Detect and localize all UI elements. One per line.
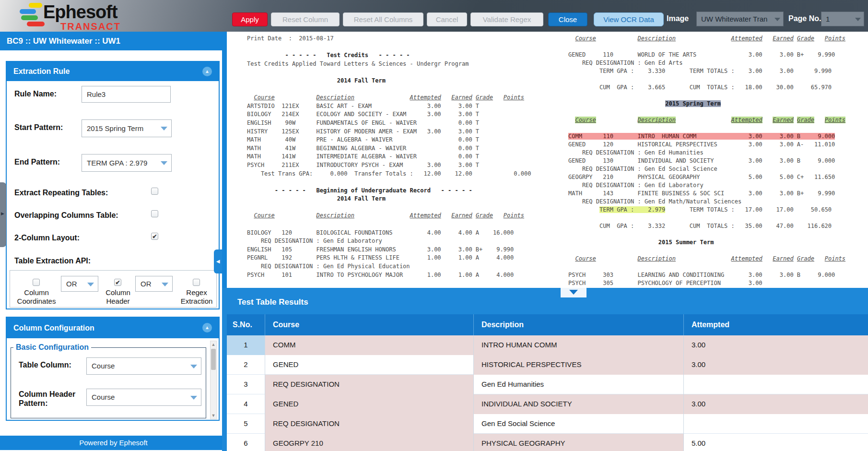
- cell-att: 5.00: [683, 434, 868, 451]
- table-row[interactable]: 2GENEDHISTORICAL PERSPECTIVES3.00: [227, 355, 868, 375]
- document-viewer[interactable]: Print Date : 2015-08-17 - - - - - Test C…: [227, 32, 868, 288]
- api-or-dropdown-1[interactable]: OR: [61, 276, 98, 292]
- cell-sno: 2: [227, 355, 265, 375]
- cell-desc: Gen Ed Social Science: [473, 414, 683, 434]
- cancel-button[interactable]: Cancel: [427, 12, 467, 26]
- page-dropdown-value: 1: [826, 15, 830, 23]
- column-coordinates-checkbox[interactable]: [33, 279, 40, 286]
- document-line: REQ DESIGNATION : Gen Ed Social Science: [568, 165, 845, 173]
- table-row[interactable]: 4GENEDINDIVIDUAL AND SOCIETY3.00: [227, 394, 868, 414]
- document-line: 2015 Spring Term: [568, 100, 845, 108]
- end-pattern-value: TERM GPA : 2.979: [87, 159, 147, 167]
- api-or-1-value: OR: [66, 280, 77, 288]
- column-configuration-panel: Column Configuration ▲ Basic Configurati…: [6, 317, 220, 421]
- logo-bar-yellow: [29, 3, 42, 8]
- reset-column-button[interactable]: Reset Column: [271, 12, 340, 26]
- column-header-pattern-dropdown[interactable]: Course: [86, 389, 201, 406]
- cell-att: [683, 414, 868, 434]
- panel-divider: [222, 32, 227, 288]
- start-pattern-label: Start Pattern:: [14, 123, 63, 132]
- table-extraction-api-label: Table Extraction API:: [14, 257, 91, 265]
- document-line: ARTSTDIO 121EX BASIC ART - EXAM 3.00 3.0…: [247, 102, 531, 111]
- extraction-rule-panel: Extraction Rule ▲ Rule Name: Rule3 Start…: [6, 61, 220, 309]
- cell-course: REQ DESIGNATION: [265, 375, 473, 394]
- breadcrumb: BC9 :: UW Whitewater :: UW1: [0, 32, 227, 50]
- cell-att: 3.00: [683, 335, 868, 355]
- table-column-label: Table Column:: [19, 361, 71, 369]
- document-line: [568, 214, 845, 222]
- reset-all-columns-button[interactable]: Reset All Columns: [343, 12, 423, 26]
- cell-desc: INDIVIDUAL AND SOCIETY: [473, 394, 683, 414]
- image-label: Image: [667, 14, 689, 23]
- logo-bar-green: [21, 15, 38, 20]
- end-pattern-label: End Pattern:: [14, 158, 60, 166]
- extraction-rule-title: Extraction Rule: [13, 67, 70, 75]
- close-button[interactable]: Close: [548, 12, 587, 26]
- rule-name-input[interactable]: Rule3: [82, 86, 171, 103]
- validate-regex-button[interactable]: Validate Regex: [470, 12, 543, 26]
- expand-right-icon: ▶: [1, 211, 4, 216]
- document-line: REQ DESIGNATION : Gen Ed Humanities: [568, 149, 845, 157]
- chevron-down-icon: [161, 127, 167, 131]
- table-row[interactable]: 5REQ DESIGNATIONGen Ed Social Science: [227, 414, 868, 434]
- scrollbar[interactable]: ▲ ▼: [210, 341, 217, 419]
- column-configuration-title: Column Configuration: [13, 324, 94, 332]
- overlapping-columns-checkbox[interactable]: [151, 210, 158, 217]
- sidebar-expand-handle[interactable]: ▶: [0, 182, 6, 247]
- document-line: - - - - - Beginning of Undergraduate Rec…: [247, 187, 531, 195]
- view-ocr-data-button[interactable]: View OCR Data: [594, 12, 664, 26]
- apply-button[interactable]: Apply: [232, 12, 268, 26]
- document-line: REQ DESIGNATION : Gen Ed Physical Educat…: [247, 262, 531, 271]
- document-line: - - - - - Test Credits - - - - -: [247, 51, 531, 60]
- table-row[interactable]: 3REQ DESIGNATIONGen Ed Humanities: [227, 375, 868, 394]
- document-line: PSYCH 211EX INTRODUCTORY PSYCH - EXAM 3.…: [247, 161, 531, 170]
- document-line: COMM 110 INTRO HUMAN COMM 3.00 3.00 B 9.…: [568, 132, 845, 141]
- document-line: CUM GPA : 3.332 CUM TOTALS : 35.00 47.00…: [568, 222, 845, 230]
- page-dropdown[interactable]: 1: [821, 12, 864, 26]
- document-line: REQ DESIGNATION : Gen Ed Arts: [568, 59, 845, 67]
- logo-bar-blue: [20, 9, 36, 14]
- table-row[interactable]: 6GEOGRPY 210PHYSICAL GEOGRAPHY5.00: [227, 434, 868, 451]
- collapse-panel-icon[interactable]: ▲: [202, 67, 212, 76]
- chevron-down-icon: [855, 18, 861, 21]
- collapse-panel-icon[interactable]: ▲: [202, 323, 212, 332]
- document-line: [568, 75, 845, 83]
- document-line: Course Description Attempted Earned Grad…: [247, 212, 531, 220]
- scrollbar-thumb[interactable]: [211, 349, 216, 370]
- document-line: MATH 40W PRE - ALGEBRA - WAIVER 0.00 T: [247, 136, 531, 144]
- extract-repeating-tables-label: Extract Repeating Tables:: [14, 189, 108, 197]
- toolbar: Ephesoft TRANSACT Apply Reset Column Res…: [0, 0, 868, 32]
- table-row[interactable]: 1COMMINTRO HUMAN COMM3.00: [227, 335, 868, 355]
- document-line: GENED 130 INDIVIDUAL AND SOCIETY 3.00 3.…: [568, 157, 845, 165]
- two-column-layout-checkbox[interactable]: [151, 233, 158, 240]
- extract-repeating-tables-checkbox[interactable]: [151, 188, 158, 195]
- document-line: [247, 85, 531, 94]
- image-dropdown[interactable]: UW Whitewater Tran: [696, 12, 784, 26]
- cell-course: GENED: [265, 394, 473, 414]
- col-header-description: Description: [473, 314, 683, 335]
- document-line: 2014 Fall Term: [247, 195, 531, 203]
- document-line: GENED 110 WORLD OF THE ARTS 3.00 3.00 B+…: [568, 51, 845, 59]
- results-table-body: 1COMMINTRO HUMAN COMM3.002GENEDHISTORICA…: [227, 335, 868, 451]
- api-or-2-value: OR: [141, 280, 152, 288]
- table-column-dropdown[interactable]: Course: [86, 357, 201, 375]
- column-coordinates-label: ColumnCoordinates: [12, 288, 60, 306]
- end-pattern-dropdown[interactable]: TERM GPA : 2.979: [82, 154, 172, 172]
- start-pattern-dropdown[interactable]: 2015 Spring Term: [82, 119, 172, 137]
- scroll-up-icon[interactable]: ▲: [211, 341, 216, 348]
- regex-extraction-checkbox[interactable]: [193, 279, 200, 286]
- chevron-down-icon: [162, 283, 168, 286]
- column-header-checkbox[interactable]: [114, 279, 121, 286]
- column-header-pattern-label: Column HeaderPattern:: [19, 390, 75, 408]
- document-line: [568, 263, 845, 271]
- document-right-column: Course Description Attempted Earned Grad…: [568, 35, 845, 287]
- collapse-sidebar-handle[interactable]: ◀: [214, 249, 222, 273]
- document-line: REQ DESIGNATION : Gen Ed Laboratory: [568, 181, 845, 190]
- scroll-down-icon[interactable]: ▼: [211, 412, 216, 419]
- document-left-column: Print Date : 2015-08-17 - - - - - Test C…: [247, 35, 531, 279]
- document-line: GEOGRPY 210 PHYSICAL GEOGRAPHY 5.00 5.00…: [568, 173, 845, 181]
- collapse-results-tab[interactable]: [561, 288, 586, 297]
- document-line: Course Description Attempted Earned Grad…: [568, 35, 845, 43]
- cell-att: 3.00: [683, 355, 868, 375]
- results-title: Test Table Results: [237, 297, 308, 307]
